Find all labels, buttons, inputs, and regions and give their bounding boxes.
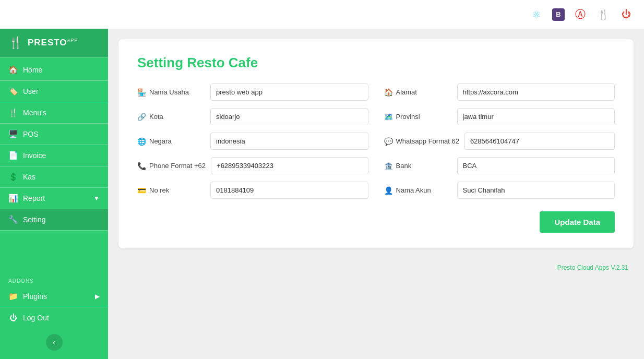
nama-usaha-row: 🏪 Nama Usaha bbox=[137, 83, 368, 101]
footer-version: Presto Cloud Apps V.2.31 bbox=[118, 264, 634, 271]
phone-label: 📞 Phone Format +62 bbox=[137, 162, 206, 170]
sidebar-item-label: Kas bbox=[23, 173, 35, 181]
bank-icon: 🏦 bbox=[384, 162, 393, 170]
pos-icon: 🖥️ bbox=[8, 129, 18, 139]
norek-input[interactable] bbox=[210, 182, 368, 199]
sidebar-item-kas[interactable]: 💲 Kas bbox=[0, 166, 108, 187]
person-icon: 👤 bbox=[384, 186, 393, 195]
sidebar-item-label: Invoice bbox=[23, 151, 46, 160]
bank-input[interactable] bbox=[457, 157, 615, 174]
card-icon: 💳 bbox=[137, 186, 146, 195]
kota-icon: 🔗 bbox=[137, 113, 146, 121]
sidebar-item-user[interactable]: 🏷️ User bbox=[0, 81, 108, 102]
home-icon: 🏠 bbox=[8, 65, 18, 75]
nama-usaha-label: 🏪 Nama Usaha bbox=[137, 88, 205, 97]
kota-row: 🔗 Kota bbox=[137, 108, 368, 125]
page-title: Setting Resto Cafe bbox=[137, 55, 615, 71]
negara-label: 🌐 Negara bbox=[137, 137, 205, 146]
provinsi-label: 🗺️ Provinsi bbox=[384, 113, 452, 121]
logout-icon: ⏻ bbox=[8, 313, 18, 322]
react-icon[interactable]: ⚛ bbox=[529, 7, 544, 22]
sidebar-item-report[interactable]: 📊 Report ▼ bbox=[0, 188, 108, 209]
sidebar-item-invoice[interactable]: 📄 Invoice bbox=[0, 145, 108, 166]
sidebar-nav: 🏠 Home 🏷️ User 🍴 Menu's 🖥️ POS 📄 Invoic bbox=[0, 57, 108, 273]
plugins-arrow-icon: ▶ bbox=[95, 293, 100, 300]
map-icon: 🗺️ bbox=[384, 113, 393, 121]
sidebar-divider-9 bbox=[0, 230, 108, 231]
topbar: ⚛ B Ⓐ 🍴 ⏻ bbox=[0, 0, 644, 29]
sidebar-item-label: Report bbox=[23, 194, 45, 202]
angular-icon[interactable]: Ⓐ bbox=[573, 7, 588, 22]
sidebar-item-label: Setting bbox=[23, 216, 46, 224]
whatsapp-row: 💬 Whatsapp Format 62 bbox=[384, 133, 615, 150]
logo-text: PRESTOAPP bbox=[28, 38, 78, 48]
sidebar-item-label: Home bbox=[23, 66, 42, 74]
provinsi-input[interactable] bbox=[457, 108, 615, 125]
sidebar-item-pos[interactable]: 🖥️ POS bbox=[0, 124, 108, 145]
phone-input[interactable] bbox=[211, 157, 368, 174]
alamat-label: 🏠 Alamat bbox=[384, 88, 452, 97]
update-data-button[interactable]: Update Data bbox=[540, 211, 615, 233]
whatsapp-icon: 💬 bbox=[384, 137, 393, 146]
main-content: Setting Resto Cafe 🏪 Nama Usaha 🏠 Alamat bbox=[108, 29, 644, 359]
fork-icon[interactable]: 🍴 bbox=[596, 7, 611, 22]
setting-icon: 🔧 bbox=[8, 215, 18, 224]
sidebar-item-label: Plugins bbox=[23, 292, 47, 301]
form-grid: 🏪 Nama Usaha 🏠 Alamat 🔗 bbox=[137, 83, 615, 199]
whatsapp-input[interactable] bbox=[464, 133, 615, 150]
provinsi-row: 🗺️ Provinsi bbox=[384, 108, 615, 125]
address-icon: 🏠 bbox=[384, 88, 393, 97]
addons-label: ADDONS bbox=[0, 273, 108, 286]
sidebar-item-logout[interactable]: ⏻ Log Out bbox=[0, 307, 108, 328]
layout: 🍴 PRESTOAPP 🏠 Home 🏷️ User 🍴 Menu's bbox=[0, 29, 644, 359]
sidebar-item-label: Log Out bbox=[23, 314, 49, 322]
sidebar-logo: 🍴 PRESTOAPP bbox=[0, 29, 108, 57]
store-icon: 🏪 bbox=[137, 88, 146, 97]
menus-icon: 🍴 bbox=[8, 108, 18, 117]
norek-label: 💳 No rek bbox=[137, 186, 205, 195]
kota-input[interactable] bbox=[210, 108, 368, 125]
phone-row: 📞 Phone Format +62 bbox=[137, 157, 368, 174]
alamat-row: 🏠 Alamat bbox=[384, 83, 615, 101]
power-icon[interactable]: ⏻ bbox=[619, 7, 634, 22]
bootstrap-icon[interactable]: B bbox=[552, 8, 565, 21]
update-btn-container: Update Data bbox=[137, 199, 615, 233]
sidebar-item-menus[interactable]: 🍴 Menu's bbox=[0, 102, 108, 123]
sidebar-collapse-button[interactable]: ‹ bbox=[46, 334, 63, 351]
invoice-icon: 📄 bbox=[8, 151, 18, 160]
sidebar-item-plugins[interactable]: 📁 Plugins ▶ bbox=[0, 286, 108, 307]
sidebar-item-label: POS bbox=[23, 130, 39, 138]
nama-usaha-input[interactable] bbox=[210, 83, 368, 101]
globe-icon: 🌐 bbox=[137, 137, 146, 146]
report-icon: 📊 bbox=[8, 194, 18, 203]
sidebar-item-home[interactable]: 🏠 Home bbox=[0, 59, 108, 80]
settings-card: Setting Resto Cafe 🏪 Nama Usaha 🏠 Alamat bbox=[118, 39, 634, 248]
report-arrow-icon: ▼ bbox=[93, 195, 100, 202]
nama-akun-label: 👤 Nama Akun bbox=[384, 186, 452, 195]
user-icon: 🏷️ bbox=[8, 87, 18, 96]
alamat-input[interactable] bbox=[457, 83, 615, 101]
sidebar-item-label: User bbox=[23, 87, 39, 95]
kota-label: 🔗 Kota bbox=[137, 113, 205, 121]
nama-akun-row: 👤 Nama Akun bbox=[384, 182, 615, 199]
negara-row: 🌐 Negara bbox=[137, 133, 368, 150]
topbar-icons: ⚛ B Ⓐ 🍴 ⏻ bbox=[529, 7, 634, 22]
nama-akun-input[interactable] bbox=[457, 182, 615, 199]
sidebar: 🍴 PRESTOAPP 🏠 Home 🏷️ User 🍴 Menu's bbox=[0, 29, 108, 359]
sidebar-item-setting[interactable]: 🔧 Setting bbox=[0, 209, 108, 230]
plugins-icon: 📁 bbox=[8, 292, 18, 301]
whatsapp-label: 💬 Whatsapp Format 62 bbox=[384, 137, 459, 146]
bank-label: 🏦 Bank bbox=[384, 162, 452, 170]
kas-icon: 💲 bbox=[8, 172, 18, 182]
sidebar-item-label: Menu's bbox=[23, 109, 46, 117]
logo-fork-icon: 🍴 bbox=[8, 36, 22, 50]
phone-icon: 📞 bbox=[137, 162, 146, 170]
bank-row: 🏦 Bank bbox=[384, 157, 615, 174]
negara-input[interactable] bbox=[210, 133, 368, 150]
norek-row: 💳 No rek bbox=[137, 182, 368, 199]
